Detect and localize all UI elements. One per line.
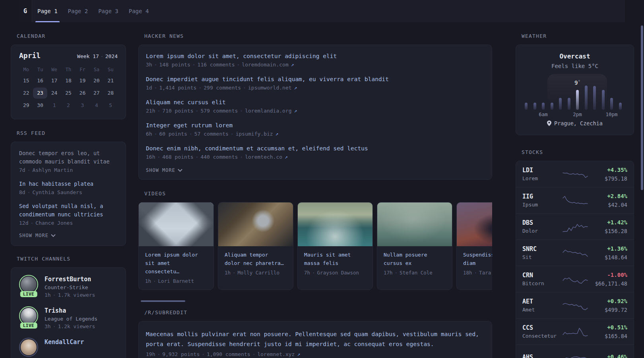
rss-show-more-button[interactable]: SHOW MORE	[19, 233, 118, 238]
subreddit-widget: Maecenas mollis pulvinar erat non posuer…	[138, 321, 492, 358]
item-meta: 7d·Ashlyn Martin	[19, 167, 118, 173]
video-card[interactable]: Aliquam tempor dolor nec pharetra…1h·Mol…	[218, 202, 293, 290]
meta-dot-separator: ·	[395, 270, 398, 276]
calendar-day[interactable]: 22	[19, 88, 33, 99]
calendar-day[interactable]: 2	[61, 100, 75, 111]
calendar-day[interactable]: 16	[33, 75, 47, 86]
calendar-day[interactable]: 29	[19, 100, 33, 111]
video-card[interactable]: Lorem ipsum dolor sit amet consectetu…1h…	[138, 202, 214, 290]
hackernews-item-title[interactable]: Donec imperdiet augue tincidunt felis al…	[146, 75, 485, 84]
twitch-channel-info: ForrestBurtonCounter-Strike1h·1.7k viewe…	[45, 275, 95, 298]
calendar-day[interactable]: 3	[76, 100, 89, 111]
video-card[interactable]: Suspendisse diam18h·Tara	[456, 202, 492, 290]
subreddit-post-title[interactable]: Maecenas mollis pulvinar erat non posuer…	[146, 329, 485, 349]
twitch-channel-name[interactable]: KendallCarr	[45, 339, 84, 346]
calendar-day[interactable]: 15	[19, 75, 33, 86]
source-domain-link[interactable]: loremtech.co	[245, 154, 282, 160]
stock-row[interactable]: LDILorem+4.35%$795.18	[516, 161, 634, 187]
meta-part: 440 comments	[200, 154, 238, 160]
stock-price: $499.72	[588, 307, 627, 313]
hackernews-item-title[interactable]: Integer eget rutrum lorem	[146, 121, 485, 130]
twitch-channel-row[interactable]: LIVEForrestBurtonCounter-Strike1h·1.7k v…	[19, 275, 118, 298]
tab-page-3[interactable]: Page 3	[93, 0, 124, 22]
meta-dot-separator: ·	[198, 85, 202, 91]
app-logo[interactable]: G	[19, 0, 32, 22]
calendar-day[interactable]: 25	[61, 88, 75, 99]
hackernews-widget: Lorem ipsum dolor sit amet, consectetur …	[138, 45, 492, 180]
meta-part: 57 comments	[194, 131, 229, 137]
weather-widget: Overcast Feels like 5°C 9°6am2pm10pm Pra…	[516, 45, 634, 135]
stock-ticker: IIG	[522, 193, 562, 200]
calendar-day[interactable]: 21	[104, 75, 118, 86]
item-meta: 16h·468 points·440 comments·loremtech.co…	[146, 154, 485, 160]
stock-ticker: CRN	[522, 272, 562, 279]
stock-name: Sit	[522, 254, 562, 261]
calendar-weekday-label: Mo	[19, 65, 33, 74]
twitch-channel-name[interactable]: Trisha	[45, 307, 97, 315]
calendar-day[interactable]: 20	[89, 75, 103, 86]
meta-dot-separator: ·	[196, 108, 199, 114]
item-meta: 19h·9,932 points·1,090 comments·loremnet…	[146, 351, 485, 358]
twitch-channel-meta: 3h·1.2k viewers	[45, 323, 97, 330]
source-domain-link[interactable]: loremlandia.org	[245, 108, 291, 114]
calendar-day-selected[interactable]: 23	[33, 88, 47, 99]
page-scrollbar-thumb[interactable]	[641, 25, 643, 190]
calendar-day[interactable]: 17	[47, 75, 61, 86]
stock-row[interactable]: SNRCSit+1.36%$148.64	[516, 240, 634, 266]
video-card[interactable]: Mauris sit amet massa felis7h·Grayson Da…	[297, 202, 373, 290]
stock-row[interactable]: DBSDolor+1.42%$156.28	[516, 214, 634, 240]
rss-list: Donec tempor eros leo, ut commodo mauris…	[19, 149, 118, 226]
calendar-day[interactable]: 27	[89, 88, 103, 99]
hackernews-item-title[interactable]: Donec enim nibh, condimentum et accumsan…	[146, 144, 485, 153]
calendar-day[interactable]: 4	[89, 100, 103, 111]
hackernews-item-title[interactable]: Aliquam nec cursus elit	[146, 98, 485, 107]
stock-row[interactable]: AHS+0.46%	[516, 345, 634, 358]
hackernews-show-more-button[interactable]: SHOW MORE	[146, 167, 485, 173]
weather-bar	[542, 103, 545, 110]
twitch-channel-row[interactable]: LIVETrishaLeague of Legends3h·1.2k viewe…	[19, 306, 118, 330]
subreddit-section-header: /R/SUBREDDIT	[138, 310, 492, 315]
videos-scrollbar-thumb[interactable]	[141, 300, 185, 302]
stock-info: LDILorem	[522, 167, 562, 182]
tab-page-4[interactable]: Page 4	[124, 0, 154, 22]
rss-item: In hac habitasse platea8d·Cynthia Saunde…	[19, 180, 118, 196]
rss-widget: Donec tempor eros leo, ut commodo mauris…	[11, 142, 126, 246]
calendar-day[interactable]: 19	[76, 75, 89, 86]
stock-row[interactable]: IIGIpsum+2.84%$42.04	[516, 187, 634, 214]
avatar-image	[21, 339, 37, 355]
calendar-day[interactable]: 30	[33, 100, 47, 111]
tab-label: Page 1	[37, 8, 58, 14]
hackernews-item-title[interactable]: Lorem ipsum dolor sit amet, consectetur …	[146, 52, 485, 60]
hackernews-item: Integer eget rutrum lorem6h·60 points·57…	[146, 121, 485, 137]
stock-row[interactable]: CCSConsectetur+0.51%$165.84	[516, 319, 634, 345]
calendar-day[interactable]: 5	[104, 100, 118, 111]
source-domain-link[interactable]: loremdomain.com	[242, 62, 288, 68]
calendar-day[interactable]: 24	[47, 88, 61, 99]
degree-symbol: °	[578, 79, 580, 84]
twitch-avatar-wrap: LIVE	[19, 275, 38, 298]
stock-price: $148.64	[588, 254, 627, 261]
calendar-day[interactable]: 1	[47, 100, 61, 111]
video-card[interactable]: Nullam posuere cursus ex17h·Stefan Cole	[377, 202, 452, 290]
rss-item-title[interactable]: Donec tempor eros leo, ut commodo mauris…	[19, 149, 118, 166]
source-domain-link[interactable]: ipsumify.biz	[236, 131, 273, 137]
tab-page-2[interactable]: Page 2	[63, 0, 93, 22]
calendar-day[interactable]: 18	[61, 75, 75, 86]
stock-row[interactable]: AETAmet+0.92%$499.72	[516, 292, 634, 319]
meta-dot-separator: ·	[202, 351, 205, 357]
calendar-day[interactable]: 26	[76, 88, 89, 99]
twitch-channel-row[interactable]: KendallCarr	[19, 338, 118, 358]
stock-row[interactable]: CRNBitcorn-1.00%$66,171.48	[516, 266, 634, 292]
meta-dot-separator: ·	[252, 351, 256, 357]
meta-part: Cynthia Saunders	[32, 189, 82, 195]
twitch-channel-name[interactable]: ForrestBurton	[45, 276, 95, 283]
twitch-channel-meta: 1h·1.7k viewers	[45, 292, 95, 298]
rss-item-title[interactable]: Sed volutpat nulla nisl, a condimentum n…	[19, 202, 118, 219]
video-meta: 7h·Grayson Dawson	[298, 268, 372, 281]
rss-item-title[interactable]: In hac habitasse platea	[19, 180, 118, 188]
calendar-weekday-label: Fr	[76, 65, 89, 74]
calendar-day[interactable]: 28	[104, 88, 118, 99]
source-domain-link[interactable]: ipsumworld.net	[248, 85, 292, 91]
tab-page-1[interactable]: Page 1	[32, 0, 63, 22]
source-domain-link[interactable]: loremnet.xyz	[257, 351, 295, 357]
